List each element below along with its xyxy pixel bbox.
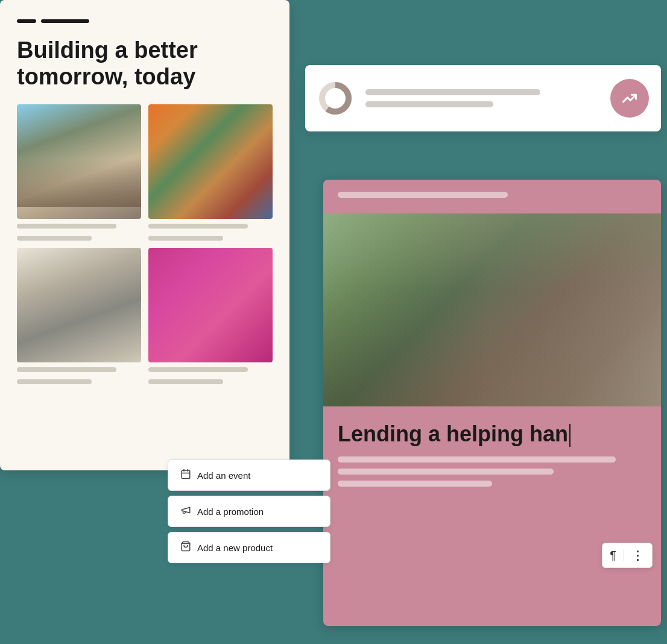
left-newsletter-card: Building a better tomorrow, today: [0, 0, 289, 470]
analytics-card: [305, 65, 661, 131]
logo-bar: [17, 19, 273, 23]
text-editor-toolbar[interactable]: ¶ ⋮: [602, 543, 653, 568]
calendar-icon: [180, 469, 191, 482]
add-event-button[interactable]: Add an event: [168, 459, 330, 491]
add-promotion-label: Add a promotion: [197, 507, 264, 517]
text-cursor: [569, 424, 571, 447]
photo-2: [148, 104, 273, 219]
photo-4: [148, 248, 273, 362]
svg-rect-2: [182, 470, 190, 479]
photo-4-caption: [148, 367, 248, 372]
photo-1: [17, 104, 141, 219]
bag-icon: [180, 541, 191, 554]
photo-1-caption-short: [17, 236, 92, 241]
photo-cell-1: [17, 104, 141, 241]
photo-2-caption-short: [148, 236, 223, 241]
photo-cell-4: [148, 248, 273, 384]
pink-body-line-1: [338, 456, 616, 462]
photo-3-caption-short: [17, 379, 92, 384]
pink-card-header: [323, 180, 661, 213]
photo-2-caption: [148, 224, 248, 229]
pink-body-line-2: [338, 469, 554, 475]
pink-title-text: Lending a helping han: [338, 421, 568, 446]
more-options-icon[interactable]: ⋮: [631, 548, 645, 563]
add-product-label: Add a new product: [197, 543, 273, 553]
logo-dash-long: [41, 19, 89, 23]
megaphone-icon: [180, 505, 191, 518]
analytics-lines: [365, 89, 598, 107]
logo-dash-short: [17, 19, 36, 23]
donut-chart: [317, 80, 353, 116]
add-promotion-button[interactable]: Add a promotion: [168, 496, 330, 527]
add-product-button[interactable]: Add a new product: [168, 532, 330, 563]
pink-header-line: [338, 192, 508, 198]
add-event-label: Add an event: [197, 470, 250, 481]
photo-1-caption: [17, 224, 116, 229]
paragraph-icon[interactable]: ¶: [610, 549, 616, 563]
analytics-trend-button[interactable]: [610, 79, 649, 118]
photo-3: [17, 248, 141, 362]
photo-3-caption: [17, 367, 116, 372]
analytics-line-1: [365, 89, 540, 95]
photo-cell-3: [17, 248, 141, 384]
newsletter-headline: Building a better tomorrow, today: [17, 37, 273, 90]
photo-grid: [17, 104, 273, 384]
pink-card-body: Lending a helping han: [323, 406, 661, 501]
photo-cell-2: [148, 104, 273, 241]
pink-body-line-3: [338, 481, 492, 487]
analytics-line-2: [365, 101, 493, 107]
trend-up-icon: [621, 90, 638, 107]
toolbar-divider: [624, 549, 624, 561]
pink-body-lines: [338, 456, 646, 487]
photo-4-caption-short: [148, 379, 223, 384]
pink-card-title: Lending a helping han: [338, 421, 646, 447]
pink-card-image: [323, 213, 661, 406]
action-buttons-container: Add an event Add a promotion Add a new p…: [168, 459, 330, 563]
